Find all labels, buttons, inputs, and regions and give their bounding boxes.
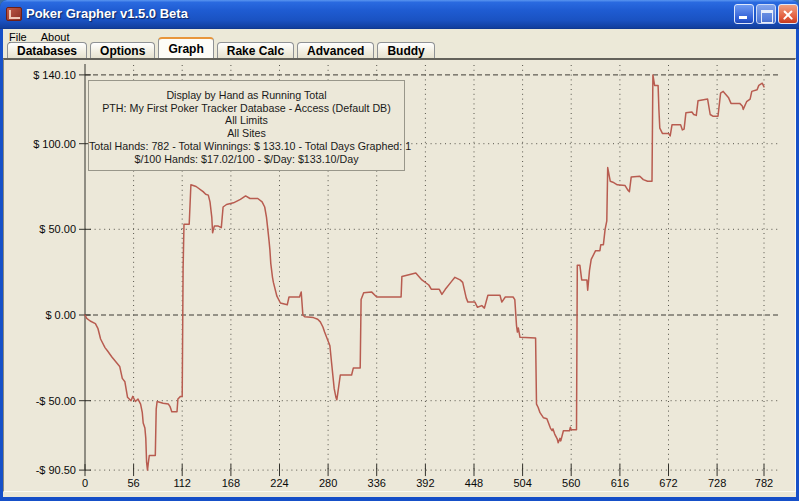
tab-databases[interactable]: Databases <box>7 42 87 58</box>
summary-display-mode: Display by Hand as Running Total <box>89 89 404 102</box>
summary-limits: All Limits <box>89 114 404 127</box>
window-title: Poker Grapher v1.5.0 Beta <box>26 6 188 21</box>
tab-strip: Databases Options Graph Rake Calc Advanc… <box>7 41 435 58</box>
summary-rates: $/100 Hands: $17.02/100 - $/Day: $133.10… <box>89 153 404 166</box>
tab-graph[interactable]: Graph <box>158 37 213 58</box>
title-bar[interactable]: Poker Grapher v1.5.0 Beta <box>0 0 799 29</box>
summary-totals: Total Hands: 782 - Total Winnings: $ 133… <box>89 140 404 153</box>
graph-summary-box: Display by Hand as Running Total PTH: My… <box>88 80 405 171</box>
maximize-button[interactable] <box>756 4 776 24</box>
tab-advanced[interactable]: Advanced <box>297 42 374 58</box>
tab-buddy[interactable]: Buddy <box>377 42 434 58</box>
summary-database: PTH: My First Poker Tracker Database - A… <box>89 102 404 115</box>
close-button[interactable] <box>778 4 798 24</box>
summary-sites: All Sites <box>89 127 404 140</box>
app-icon <box>6 7 22 21</box>
minimize-button[interactable] <box>734 4 754 24</box>
tab-options[interactable]: Options <box>90 42 155 58</box>
app-window: Poker Grapher v1.5.0 Beta File About Dat… <box>0 0 799 501</box>
tab-rake-calc[interactable]: Rake Calc <box>217 42 294 58</box>
